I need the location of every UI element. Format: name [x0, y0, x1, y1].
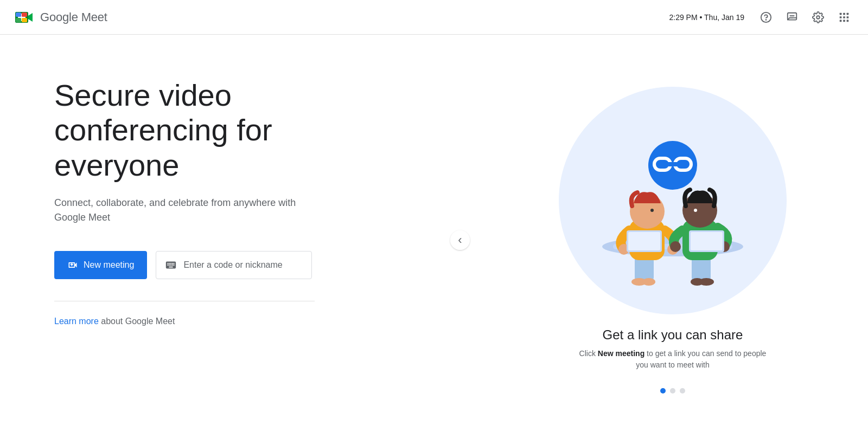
chevron-left-icon: ‹: [458, 233, 462, 247]
svg-rect-45: [691, 232, 723, 250]
code-input-wrapper[interactable]: [156, 251, 312, 279]
keyboard-icon: [165, 259, 177, 271]
code-input[interactable]: [183, 260, 303, 270]
svg-rect-3: [16, 12, 21, 17]
svg-point-32: [650, 209, 654, 212]
feedback-icon: [786, 11, 798, 23]
carousel-dot-1[interactable]: [660, 388, 666, 394]
illustration-container: [559, 87, 787, 314]
feedback-button[interactable]: [781, 7, 803, 28]
carousel-desc-prefix: Click: [579, 349, 598, 358]
carousel-dot-2[interactable]: [670, 388, 675, 394]
carousel-desc-bold: New meeting: [598, 349, 644, 358]
svg-rect-18: [847, 16, 849, 18]
svg-rect-49: [665, 162, 680, 166]
carousel-dots: [660, 388, 685, 394]
app-name: Google Meet: [40, 10, 107, 24]
svg-rect-4: [22, 12, 27, 17]
learn-more-link[interactable]: Learn more: [54, 317, 99, 326]
svg-rect-5: [16, 18, 21, 22]
video-add-icon: [67, 260, 78, 270]
svg-point-36: [699, 278, 714, 286]
apps-button[interactable]: [833, 7, 855, 28]
apps-grid-icon: [838, 11, 850, 23]
learn-more-suffix: about Google Meet: [99, 317, 175, 326]
header-actions: 2:29 PM • Thu, Jan 19: [669, 7, 855, 28]
main-content: Secure video conferencing for everyone C…: [0, 35, 868, 445]
carousel-title: Get a link you can share: [575, 327, 770, 343]
carousel-dot-3[interactable]: [680, 388, 685, 394]
svg-point-41: [694, 209, 697, 212]
carousel-description: Click New meeting to get a link you can …: [575, 348, 770, 371]
svg-rect-43: [628, 232, 660, 250]
carousel-prev-button[interactable]: ‹: [450, 230, 470, 250]
carousel-section: ‹: [477, 35, 868, 445]
learn-more-text: Learn more about Google Meet: [54, 317, 477, 326]
section-divider: [54, 301, 315, 301]
help-button[interactable]: [755, 7, 777, 28]
svg-point-12: [816, 16, 820, 19]
help-icon: [760, 11, 772, 23]
google-meet-logo-icon: [13, 7, 35, 28]
cta-row: New meeting: [54, 251, 477, 279]
svg-rect-17: [843, 16, 845, 18]
svg-rect-6: [22, 18, 27, 22]
settings-button[interactable]: [807, 7, 829, 28]
svg-rect-15: [847, 12, 849, 15]
datetime-display: 2:29 PM • Thu, Jan 19: [669, 13, 744, 22]
carousel-wrapper: Get a link you can share Click New meeti…: [537, 87, 808, 394]
svg-point-27: [642, 278, 655, 286]
carousel-text: Get a link you can share Click New meeti…: [575, 327, 770, 371]
header: Google Meet 2:29 PM • Thu, Jan 19: [0, 0, 868, 35]
hero-section: Secure video conferencing for everyone C…: [0, 35, 477, 445]
hero-title: Secure video conferencing for everyone: [54, 78, 380, 183]
svg-rect-21: [847, 20, 849, 22]
logo-area: Google Meet: [13, 7, 107, 28]
carousel-desc-suffix: to get a link you can send to people you…: [636, 349, 766, 369]
gear-icon: [812, 11, 824, 23]
svg-rect-19: [840, 20, 842, 22]
svg-rect-13: [840, 12, 842, 15]
svg-rect-20: [843, 20, 845, 22]
new-meeting-button[interactable]: New meeting: [54, 251, 147, 279]
svg-rect-14: [843, 12, 845, 15]
svg-rect-16: [840, 16, 842, 18]
illustration-svg: [559, 87, 787, 314]
svg-point-39: [670, 241, 681, 252]
new-meeting-label: New meeting: [84, 260, 134, 270]
hero-subtitle: Connect, collaborate, and celebrate from…: [54, 196, 315, 225]
